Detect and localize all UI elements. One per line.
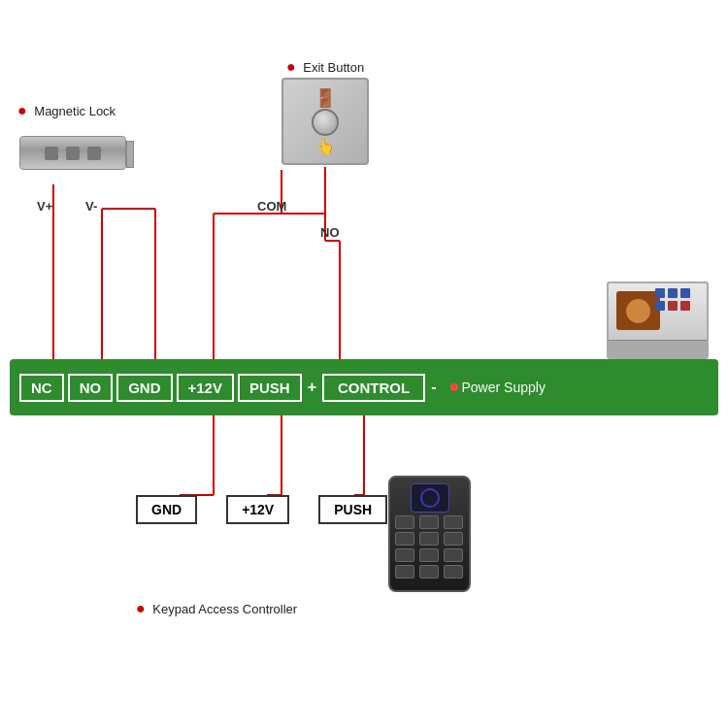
keypad-key-5 xyxy=(419,532,439,546)
keypad-signal-icon xyxy=(420,488,440,508)
keypad-key-1 xyxy=(395,515,414,529)
keypad-key-7 xyxy=(395,548,414,562)
keypad-key-6 xyxy=(444,532,463,546)
keypad-key-star xyxy=(395,565,414,579)
vplus-label: V+ xyxy=(37,199,52,214)
keypad-key-9 xyxy=(444,548,463,562)
terminal-nc: NC xyxy=(19,374,64,402)
keypad-reader xyxy=(411,483,449,513)
exit-icon-hand: 👆 xyxy=(315,137,335,155)
com-label: COM xyxy=(257,199,286,214)
no-label: NO xyxy=(320,225,340,240)
terminal-plus: + xyxy=(308,379,316,396)
exit-button-label: ● Exit Button xyxy=(286,58,364,76)
terminal-minus: - xyxy=(431,379,436,396)
exit-icon-door: 🚪 xyxy=(314,87,336,109)
keypad-key-2 xyxy=(419,515,439,529)
keypad-key-8 xyxy=(419,548,439,562)
magnetic-lock-label: ● Magnetic Lock xyxy=(17,102,116,119)
bottom-12v: +12V xyxy=(226,495,289,524)
green-bar: NC NO GND +12V PUSH + CONTROL - Power Su… xyxy=(10,359,718,415)
wiring-diagram: ● Magnetic Lock V+ V- ● Exit Button 🚪 👆 … xyxy=(0,0,728,728)
terminal-12v: +12V xyxy=(177,374,234,402)
keypad-key-0 xyxy=(419,565,439,579)
keypad-key-4 xyxy=(395,532,414,546)
power-supply-dot xyxy=(450,383,458,391)
terminal-no: NO xyxy=(68,374,114,402)
terminal-control: CONTROL xyxy=(322,374,425,402)
keypad-keys xyxy=(395,515,465,579)
keypad-key-hash xyxy=(444,565,463,579)
exit-button-component: 🚪 👆 xyxy=(281,78,369,165)
magnetic-lock-component xyxy=(19,136,136,180)
terminal-gnd: GND xyxy=(116,374,172,402)
vminus-label: V- xyxy=(85,199,97,214)
terminal-push: PUSH xyxy=(238,374,302,402)
bottom-gnd: GND xyxy=(136,495,197,524)
keypad-label: ● Keypad Access Controller xyxy=(136,600,297,617)
power-supply-bar-label: Power Supply xyxy=(450,380,546,395)
bottom-terminal-boxes: GND +12V PUSH xyxy=(136,495,387,524)
keypad-component xyxy=(388,476,471,592)
bottom-push: PUSH xyxy=(318,495,387,524)
keypad-key-3 xyxy=(444,515,463,529)
exit-button-circle xyxy=(312,109,339,136)
power-supply-component xyxy=(607,281,709,359)
